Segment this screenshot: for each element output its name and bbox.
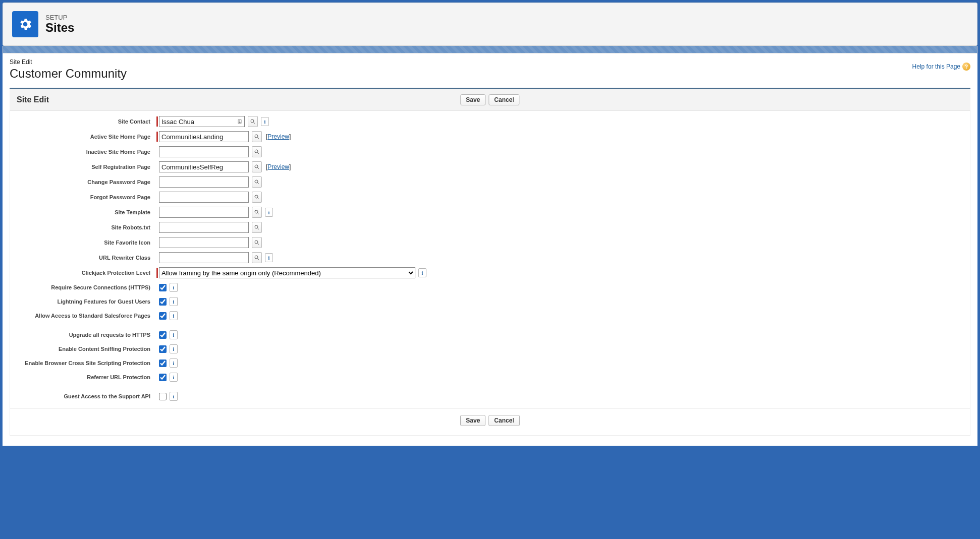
input-site-favicon[interactable]: [159, 237, 249, 248]
lookup-icon[interactable]: [252, 192, 262, 203]
label-site-favicon: Site Favorite Icon: [15, 239, 156, 246]
svg-line-9: [258, 168, 259, 169]
svg-line-15: [258, 213, 259, 215]
lookup-icon[interactable]: [252, 146, 262, 157]
input-site-robots[interactable]: [159, 222, 249, 233]
svg-point-16: [255, 225, 258, 228]
gear-icon: [12, 11, 38, 37]
input-site-template[interactable]: [159, 207, 249, 218]
lookup-icon[interactable]: [252, 176, 262, 188]
checkbox-allow-standard-pages[interactable]: [159, 312, 167, 320]
svg-point-2: [251, 119, 254, 123]
info-icon[interactable]: i: [170, 344, 178, 353]
info-icon[interactable]: i: [265, 253, 273, 262]
header-eyebrow: SETUP: [45, 14, 74, 21]
lookup-icon[interactable]: [252, 222, 262, 233]
decorative-pattern-bar: [3, 46, 977, 53]
info-icon[interactable]: i: [261, 117, 269, 126]
label-site-robots: Site Robots.txt: [15, 224, 156, 230]
row-url-rewriter: URL Rewriter Class i: [10, 252, 970, 263]
checkbox-xss-protection[interactable]: [159, 360, 167, 367]
input-site-contact[interactable]: [159, 116, 245, 127]
section-title: Site Edit: [17, 95, 49, 104]
preview-link[interactable]: Preview: [266, 163, 291, 170]
info-icon[interactable]: i: [170, 358, 178, 368]
row-content-sniffing: Enable Content Sniffing Protection i: [10, 344, 970, 354]
label-upgrade-https: Upgrade all requests to HTTPS: [15, 332, 156, 338]
label-change-password: Change Password Page: [15, 179, 156, 185]
lookup-icon[interactable]: [252, 237, 262, 248]
input-active-home-page[interactable]: [159, 131, 249, 142]
info-icon[interactable]: i: [170, 330, 178, 339]
row-site-template: Site Template i: [10, 207, 970, 218]
row-site-contact: Site Contact i: [10, 116, 970, 127]
help-for-this-page-link[interactable]: Help for this Page ?: [912, 63, 970, 71]
row-upgrade-https: Upgrade all requests to HTTPS i: [10, 330, 970, 340]
lookup-icon[interactable]: [252, 207, 262, 218]
checkbox-content-sniffing[interactable]: [159, 345, 167, 353]
input-self-registration[interactable]: [159, 161, 249, 172]
label-allow-standard-pages: Allow Access to Standard Salesforce Page…: [15, 313, 156, 319]
preview-link[interactable]: Preview: [266, 133, 291, 140]
row-change-password: Change Password Page: [10, 176, 970, 188]
row-clickjack: Clickjack Protection Level Allow framing…: [10, 267, 970, 278]
svg-line-3: [254, 123, 255, 124]
label-active-home-page: Active Site Home Page: [15, 134, 156, 140]
info-icon[interactable]: i: [418, 268, 426, 277]
save-button-footer[interactable]: Save: [460, 415, 485, 426]
row-guest-support-api: Guest Access to the Support API i: [10, 391, 970, 401]
row-lightning-guest: Lightning Features for Guest Users i: [10, 296, 970, 307]
label-content-sniffing: Enable Content Sniffing Protection: [15, 346, 156, 352]
svg-line-11: [258, 183, 259, 185]
row-xss-protection: Enable Browser Cross Site Scripting Prot…: [10, 358, 970, 368]
checkbox-guest-support-api[interactable]: [159, 393, 167, 400]
info-icon[interactable]: i: [170, 297, 178, 306]
label-site-template: Site Template: [15, 209, 156, 215]
info-icon[interactable]: i: [170, 392, 178, 401]
header-title: Sites: [45, 21, 74, 34]
lookup-icon[interactable]: [252, 252, 262, 263]
label-url-rewriter: URL Rewriter Class: [15, 255, 156, 261]
info-icon[interactable]: i: [170, 283, 178, 292]
input-forgot-password[interactable]: [159, 192, 249, 203]
footer-button-row: Save Cancel: [10, 408, 970, 435]
label-require-https: Require Secure Connections (HTTPS): [15, 284, 156, 290]
cancel-button[interactable]: Cancel: [488, 94, 519, 105]
row-active-home-page: Active Site Home Page Preview: [10, 131, 970, 142]
cancel-button-footer[interactable]: Cancel: [488, 415, 519, 426]
required-indicator: [156, 116, 158, 127]
svg-line-5: [258, 138, 259, 139]
info-icon[interactable]: i: [170, 373, 178, 382]
row-referrer: Referrer URL Protection i: [10, 372, 970, 382]
row-self-registration: Self Registration Page Preview: [10, 161, 970, 172]
row-site-favicon: Site Favorite Icon: [10, 237, 970, 248]
info-icon[interactable]: i: [170, 311, 178, 320]
lookup-icon[interactable]: [252, 161, 262, 172]
svg-point-8: [255, 165, 258, 168]
checkbox-lightning-guest[interactable]: [159, 298, 167, 306]
lookup-icon[interactable]: [252, 131, 262, 142]
checkbox-referrer[interactable]: [159, 374, 167, 381]
lookup-icon[interactable]: [248, 116, 258, 127]
help-icon: ?: [962, 63, 970, 71]
save-button[interactable]: Save: [460, 94, 485, 105]
svg-point-1: [239, 121, 240, 122]
input-url-rewriter[interactable]: [159, 252, 249, 263]
input-inactive-home-page[interactable]: [159, 146, 249, 157]
info-icon[interactable]: i: [265, 208, 273, 217]
row-forgot-password: Forgot Password Page: [10, 192, 970, 203]
label-xss-protection: Enable Browser Cross Site Scripting Prot…: [15, 360, 156, 366]
svg-line-7: [258, 153, 259, 154]
label-self-registration: Self Registration Page: [15, 164, 156, 170]
select-clickjack[interactable]: Allow framing by the same origin only (R…: [159, 267, 415, 278]
svg-point-14: [255, 210, 258, 213]
input-change-password[interactable]: [159, 176, 249, 188]
label-guest-support-api: Guest Access to the Support API: [15, 393, 156, 399]
label-clickjack: Clickjack Protection Level: [15, 270, 156, 276]
row-inactive-home-page: Inactive Site Home Page: [10, 146, 970, 157]
setup-header: SETUP Sites: [3, 3, 977, 46]
section-header: Site Edit Save Cancel: [10, 89, 970, 111]
checkbox-upgrade-https[interactable]: [159, 331, 167, 339]
required-indicator: [156, 132, 158, 142]
checkbox-require-https[interactable]: [159, 284, 167, 291]
